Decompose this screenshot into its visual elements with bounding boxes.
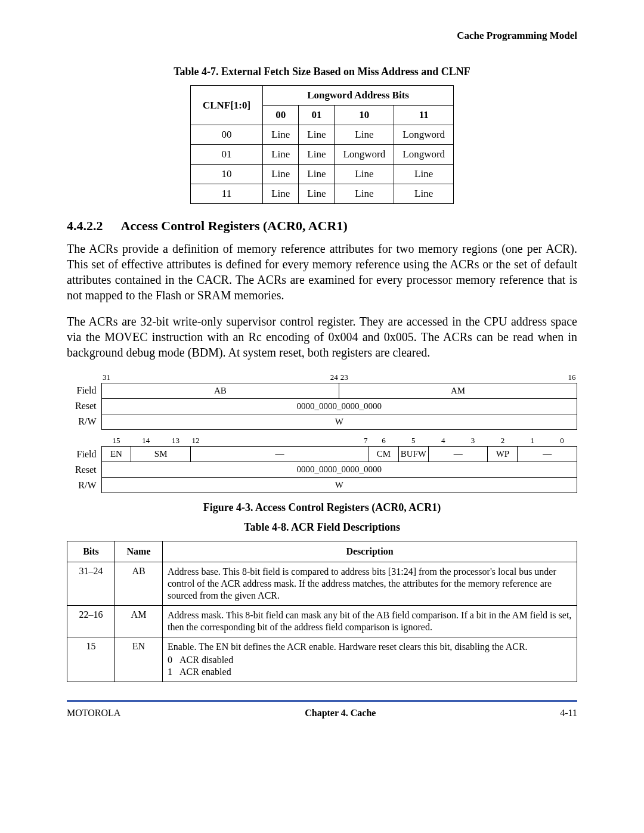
- reset-lower: 0000_0000_0000_0000: [101, 462, 577, 478]
- footer-right: 4-11: [560, 708, 577, 719]
- field-reserved-2: —: [428, 447, 488, 462]
- longword-header: Longword Address Bits: [263, 86, 454, 106]
- table-row: 15 EN Enable. The EN bit defines the ACR…: [67, 637, 577, 682]
- register-diagram: 31 24 23 16 Field AB AM Reset 0000_0000_…: [67, 372, 577, 493]
- table-row: 00 Line Line Line Longword: [190, 125, 453, 145]
- field-reserved-3: —: [518, 447, 577, 462]
- field-en: EN: [101, 447, 131, 462]
- table-row: 11 Line Line Line Line: [190, 184, 453, 204]
- hdr-name: Name: [115, 541, 163, 562]
- section-heading: 4.4.2.2Access Control Registers (ACR0, A…: [67, 218, 577, 234]
- col-10: 10: [335, 106, 394, 125]
- en-desc: Enable. The EN bit defines the ACR enabl…: [168, 642, 528, 652]
- footer-left: MOTOROLA: [67, 708, 120, 719]
- field-cm: CM: [369, 447, 399, 462]
- field-sm: SM: [131, 447, 191, 462]
- footer-rule: [67, 700, 577, 702]
- col-01: 01: [299, 106, 335, 125]
- hdr-bits: Bits: [67, 541, 115, 562]
- col-11: 11: [394, 106, 454, 125]
- field-reserved-1: —: [191, 447, 369, 462]
- table48-caption: Table 4-8. ACR Field Descriptions: [67, 521, 577, 534]
- field-wp: WP: [488, 447, 518, 462]
- register-lower: 15 14 13 12 7 6 5 4 3 2 1 0 Field EN SM …: [67, 436, 577, 494]
- table-4-7: CLNF[1:0] Longword Address Bits 00 01 10…: [190, 85, 454, 204]
- table47-caption: Table 4-7. External Fetch Size Based on …: [67, 66, 577, 78]
- register-upper: 31 24 23 16 Field AB AM Reset 0000_0000_…: [67, 372, 577, 430]
- page-footer: MOTOROLA Chapter 4. Cache 4-11: [67, 708, 577, 719]
- paragraph-1: The ACRs provide a definition of memory …: [67, 241, 577, 303]
- reset-upper: 0000_0000_0000_0000: [101, 398, 577, 414]
- hdr-desc: Description: [163, 541, 577, 562]
- table-row: 01 Line Line Longword Longword: [190, 145, 453, 165]
- col-00: 00: [263, 106, 299, 125]
- rw-lower: W: [101, 478, 577, 493]
- figure43-caption: Figure 4-3. Access Control Registers (AC…: [67, 501, 577, 514]
- clnf-header: CLNF[1:0]: [190, 86, 262, 125]
- paragraph-2: The ACRs are 32-bit write-only superviso…: [67, 314, 577, 360]
- section-title: Access Control Registers (ACR0, ACR1): [121, 218, 348, 233]
- table-4-8: Bits Name Description 31–24 AB Address b…: [67, 541, 577, 682]
- table-row: 31–24 AB Address base. This 8-bit field …: [67, 562, 577, 606]
- running-header: Cache Programming Model: [67, 30, 577, 42]
- section-number: 4.4.2.2: [67, 218, 103, 233]
- rw-upper: W: [101, 414, 577, 429]
- field-bufw: BUFW: [398, 447, 428, 462]
- field-am: AM: [339, 383, 577, 398]
- table-row: 10 Line Line Line Line: [190, 165, 453, 184]
- footer-center: Chapter 4. Cache: [305, 708, 376, 719]
- field-ab: AB: [101, 383, 339, 398]
- table-row: 22–16 AM Address mask. This 8-bit field …: [67, 606, 577, 637]
